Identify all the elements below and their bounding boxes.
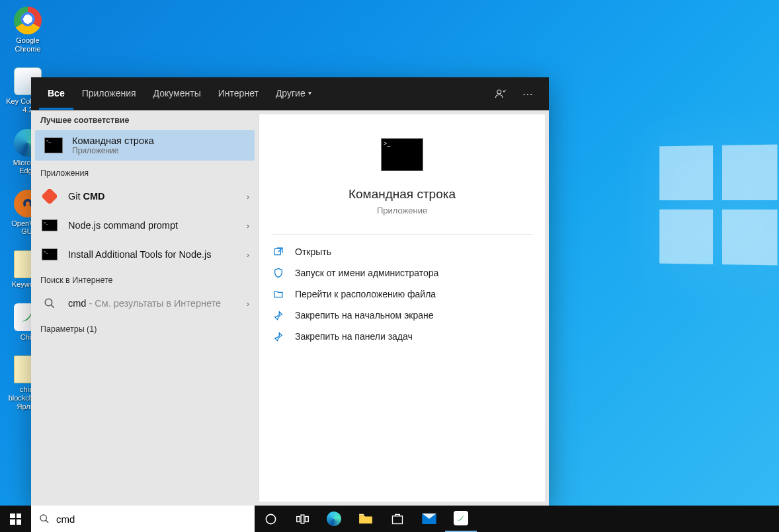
preview-pane: Командная строка Приложение Открыть Запу… [259,114,545,502]
open-icon [272,247,284,257]
chevron-down-icon: ▾ [308,89,311,96]
section-apps: Приложения [31,162,259,182]
start-button[interactable] [0,506,31,532]
result-node-cmd[interactable]: Node.js command prompt › [31,211,259,240]
tab-more[interactable]: Другие ▾ [267,79,320,110]
more-options-icon[interactable]: ⋯ [514,88,541,100]
taskbar-taskview[interactable] [286,506,318,532]
desktop-icon-label: Google Chrome [4,36,52,53]
action-open[interactable]: Открыть [271,241,533,262]
preview-type: Приложение [377,206,427,215]
action-label: Запуск от имени администратора [295,268,438,278]
taskbar-chia[interactable] [445,506,477,532]
result-best-match[interactable]: Командная строка Приложение [35,130,255,161]
tab-apps[interactable]: Приложения [73,79,145,110]
wallpaper-logo [659,145,777,266]
cmd-icon [44,136,63,155]
result-title: Git CMD [68,191,237,202]
action-label: Перейти к расположению файла [295,289,436,299]
tab-documents[interactable]: Документы [145,79,210,110]
svg-rect-7 [301,515,304,523]
svg-point-4 [40,515,46,521]
svg-rect-1 [42,189,57,204]
pin-icon [272,331,284,342]
action-label: Открыть [295,247,331,257]
result-git-cmd[interactable]: Git CMD › [31,182,259,211]
taskbar-edge[interactable] [318,506,350,532]
search-input[interactable] [56,513,247,525]
preview-app-icon [381,138,423,171]
search-icon [40,294,59,313]
svg-rect-9 [393,516,403,524]
result-title: cmd - См. результаты в Интернете [68,298,237,309]
tab-all[interactable]: Все [39,79,73,110]
result-title: Командная строка [72,135,245,146]
taskbar-explorer[interactable] [350,506,382,532]
action-run-admin[interactable]: Запуск от имени администратора [271,262,533,284]
cmd-icon [40,216,59,235]
action-open-location[interactable]: Перейти к расположению файла [271,284,533,305]
action-pin-taskbar[interactable]: Закрепить на панели задач [271,326,533,347]
git-icon [40,187,59,206]
start-search-panel: Все Приложения Документы Интернет Другие… [31,77,549,506]
section-params: Параметры (1) [31,318,259,338]
search-icon [39,513,50,524]
section-best-match: Лучшее соответствие [31,110,259,129]
taskbar-mail[interactable] [413,506,445,532]
pin-icon [272,310,284,321]
folder-icon [272,289,284,299]
svg-rect-6 [296,516,300,521]
result-title: Install Additional Tools for Node.js [68,249,237,260]
cmd-icon [40,245,59,264]
taskbar-search[interactable] [31,506,255,532]
section-web: Поиск в Интернете [31,269,259,289]
desktop-icon-chrome[interactable]: Google Chrome [4,7,52,53]
svg-point-2 [45,299,52,306]
action-label: Закрепить на панели задач [295,331,413,342]
svg-point-0 [497,90,501,94]
chevron-right-icon: › [247,299,249,309]
feedback-icon[interactable] [487,88,514,100]
action-pin-start[interactable]: Закрепить на начальном экране [271,305,533,326]
svg-rect-8 [305,516,308,521]
action-label: Закрепить на начальном экране [295,310,434,321]
tab-web[interactable]: Интернет [210,79,267,110]
result-title: Node.js command prompt [68,220,237,231]
result-subtitle: Приложение [72,146,245,155]
chevron-right-icon: › [247,221,249,231]
search-scope-tabs: Все Приложения Документы Интернет Другие… [31,77,549,110]
result-node-tools[interactable]: Install Additional Tools for Node.js › [31,240,259,269]
taskbar [0,506,779,532]
chevron-right-icon: › [247,192,249,202]
tab-more-label: Другие [276,88,306,98]
taskbar-store[interactable] [382,506,413,532]
preview-title: Командная строка [348,187,456,202]
result-web-search[interactable]: cmd - См. результаты в Интернете › [31,289,259,318]
taskbar-cortana[interactable] [255,506,286,532]
results-list: Лучшее соответствие Командная строка При… [31,110,259,506]
chevron-right-icon: › [247,250,249,260]
svg-point-5 [266,514,275,523]
preview-actions: Открыть Запуск от имени администратора П… [271,234,533,347]
shield-icon [272,268,284,278]
svg-rect-3 [274,248,280,254]
windows-logo-icon [10,513,21,525]
